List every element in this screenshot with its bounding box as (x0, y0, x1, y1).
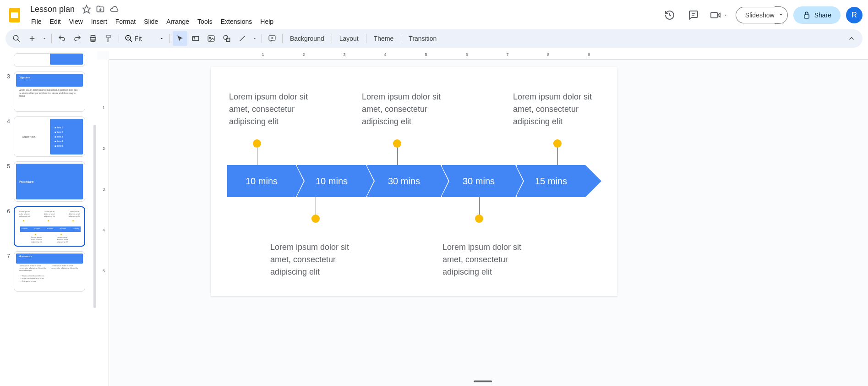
separator (119, 34, 119, 43)
connector-line[interactable] (316, 197, 316, 215)
zoom-control[interactable]: Fit (122, 34, 167, 43)
share-button[interactable]: Share (793, 6, 841, 24)
background-button[interactable]: Background (285, 32, 329, 45)
connector-line[interactable] (479, 197, 480, 215)
timeline-dot[interactable] (253, 139, 261, 148)
toolbar: Fit Background Layout Theme Transition (5, 29, 863, 48)
ruler-vertical: 1 2 3 4 5 (97, 60, 109, 386)
menu-arrange[interactable]: Arrange (163, 16, 193, 27)
cloud-status-icon[interactable] (109, 5, 119, 14)
svg-rect-1 (11, 12, 18, 18)
svg-point-21 (209, 37, 211, 39)
timeline-dot[interactable] (393, 139, 401, 148)
canvas-area[interactable]: 1 2 3 4 5 6 7 8 9 1 2 3 4 5 Lorem ipsum … (97, 51, 868, 386)
star-icon[interactable] (82, 5, 91, 14)
annotation-text[interactable]: Lorem ipsum dolor sit amet, consectetur … (270, 241, 362, 278)
menu-slide[interactable]: Slide (140, 16, 162, 27)
menu-extensions[interactable]: Extensions (217, 16, 256, 27)
slide-panel[interactable]: 3 Objective Lorem ipsum dolor sit amet c… (0, 51, 97, 386)
meet-button[interactable] (708, 7, 730, 23)
redo-icon[interactable] (70, 31, 85, 46)
svg-line-15 (130, 39, 132, 42)
timeline-segment[interactable]: 10 mins (297, 165, 366, 197)
separator (366, 34, 366, 43)
timeline-dot[interactable] (475, 215, 483, 223)
svg-line-24 (240, 36, 245, 41)
annotation-text[interactable]: Lorem ipsum dolor sit amet, consectetur … (442, 241, 534, 278)
svg-marker-2 (83, 6, 91, 13)
svg-rect-17 (192, 37, 199, 41)
separator (282, 34, 283, 43)
annotation-text[interactable]: Lorem ipsum dolor sit amet, consectetur … (513, 91, 605, 128)
new-slide-dropdown[interactable] (40, 31, 49, 46)
avatar[interactable]: R (846, 7, 863, 23)
textbox-icon[interactable] (188, 31, 203, 46)
collapse-toolbar-icon[interactable] (844, 31, 859, 46)
menu-view[interactable]: View (66, 16, 87, 27)
select-tool-icon[interactable] (173, 31, 187, 46)
document-title[interactable]: Lesson plan (27, 4, 77, 15)
separator (51, 34, 52, 43)
history-icon[interactable] (661, 6, 679, 24)
svg-line-8 (17, 39, 20, 42)
connector-line[interactable] (257, 148, 257, 165)
slide-number: 3 (4, 72, 10, 80)
slide-canvas[interactable]: Lorem ipsum dolor sit amet, consectetur … (211, 67, 617, 296)
slide-number: 7 (4, 251, 10, 259)
timeline-segment[interactable]: 10 mins (227, 165, 296, 197)
connector-line[interactable] (557, 148, 558, 165)
shape-icon[interactable] (219, 31, 234, 46)
menu-help[interactable]: Help (257, 16, 277, 27)
svg-point-22 (224, 35, 228, 39)
slide-thumbnail[interactable]: Procedure (14, 161, 85, 202)
paint-format-icon[interactable] (101, 31, 116, 46)
menu-tools[interactable]: Tools (194, 16, 216, 27)
slide-thumbnail[interactable]: Homework Lorem ipsum dolor sit amet cons… (14, 251, 85, 292)
timeline-segment[interactable]: 30 mins (442, 165, 515, 197)
svg-rect-23 (226, 38, 230, 42)
new-slide-button[interactable] (25, 31, 39, 46)
line-dropdown[interactable] (251, 31, 259, 46)
slide-thumbnail[interactable] (14, 53, 85, 67)
scroll-indicator[interactable] (474, 380, 492, 382)
timeline-segment[interactable]: 30 mins (367, 165, 441, 197)
slideshow-dropdown[interactable] (775, 6, 788, 24)
move-icon[interactable] (96, 5, 105, 14)
svg-point-7 (13, 35, 18, 40)
slide-thumbnail[interactable]: Materials ■ Item 1■ Item 2■ Item 3■ Item… (14, 116, 85, 157)
image-icon[interactable] (204, 31, 218, 46)
comments-icon[interactable] (684, 6, 703, 24)
separator (401, 34, 401, 43)
undo-icon[interactable] (55, 31, 69, 46)
annotation-text[interactable]: Lorem ipsum dolor sit amet, consectetur … (362, 91, 453, 128)
theme-button[interactable]: Theme (369, 32, 399, 45)
menu-format[interactable]: Format (112, 16, 139, 27)
slide-thumbnail[interactable]: Objective Lorem ipsum dolor sit amet con… (14, 72, 85, 112)
menu-insert[interactable]: Insert (87, 16, 111, 27)
svg-rect-6 (804, 15, 809, 18)
print-icon[interactable] (86, 31, 100, 46)
separator (262, 34, 262, 43)
line-icon[interactable] (235, 31, 250, 46)
comment-icon[interactable] (265, 31, 279, 46)
slide-thumbnail-selected[interactable]: Lorem ipsum dolor sit amet adipiscing el… (14, 206, 85, 247)
slides-logo[interactable] (5, 6, 24, 24)
separator (332, 34, 332, 43)
search-icon[interactable] (9, 31, 24, 46)
menu-edit[interactable]: Edit (46, 16, 65, 27)
connector-line[interactable] (397, 148, 398, 165)
slide-number: 4 (4, 116, 10, 125)
slide-number: 5 (4, 161, 10, 170)
slide-number: 6 (4, 206, 10, 215)
timeline-dot[interactable] (553, 139, 562, 148)
layout-button[interactable]: Layout (335, 32, 363, 45)
transition-button[interactable]: Transition (404, 32, 441, 45)
annotation-text[interactable]: Lorem ipsum dolor sit amet, consectetur … (229, 91, 321, 128)
svg-rect-5 (711, 12, 717, 18)
separator (169, 34, 170, 43)
timeline-segment[interactable]: 15 mins (517, 165, 585, 197)
ruler-horizontal: 1 2 3 4 5 6 7 8 9 (109, 51, 868, 60)
share-label: Share (814, 11, 831, 19)
menu-file[interactable]: File (27, 16, 45, 27)
timeline-dot[interactable] (311, 215, 320, 223)
